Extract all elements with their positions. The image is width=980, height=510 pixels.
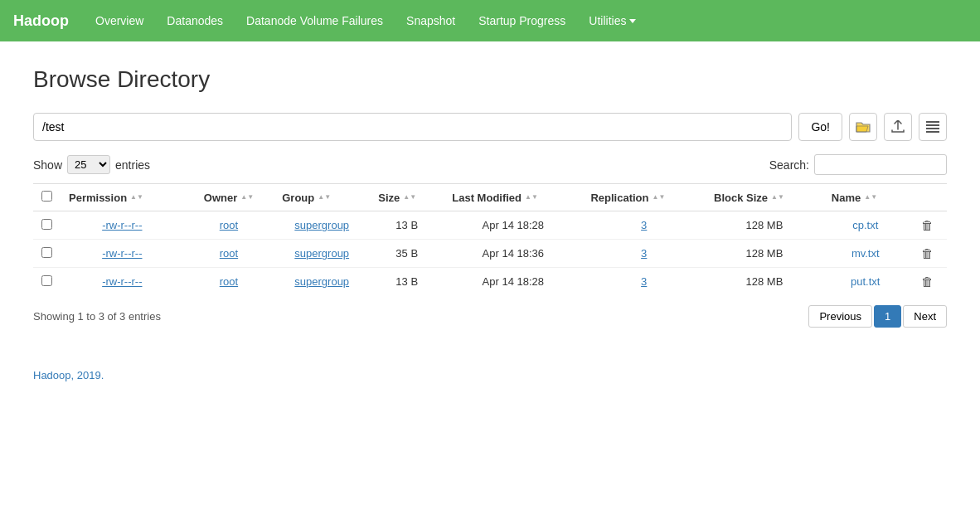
- row-block-size-1: 128 MB: [706, 240, 823, 268]
- row-delete-1[interactable]: 🗑: [908, 240, 947, 268]
- file-link-2[interactable]: put.txt: [851, 275, 880, 288]
- page-title: Browse Directory: [33, 66, 947, 93]
- table-header-row: Permission ▲▼ Owner ▲▼ Group ▲▼: [33, 184, 947, 211]
- folder-open-icon: [856, 120, 871, 134]
- row-replication-0: 3: [582, 211, 706, 240]
- row-delete-2[interactable]: 🗑: [908, 268, 947, 296]
- row-last-modified-0: Apr 14 18:28: [444, 211, 582, 240]
- row-replication-2: 3: [582, 268, 706, 296]
- row-group-0: supergroup: [274, 211, 370, 240]
- row-permission-0: -rw-r--r--: [61, 211, 184, 240]
- delete-icon-1[interactable]: 🗑: [921, 246, 934, 260]
- data-table: Permission ▲▼ Owner ▲▼ Group ▲▼: [33, 183, 947, 295]
- permission-link-0[interactable]: -rw-r--r--: [102, 219, 142, 231]
- navbar: Hadoop Overview Datanodes Datanode Volum…: [0, 0, 980, 41]
- next-button[interactable]: Next: [903, 305, 947, 328]
- row-last-modified-1: Apr 14 18:36: [444, 240, 582, 268]
- th-last-modified[interactable]: Last Modified ▲▼: [444, 184, 582, 211]
- group-link-0[interactable]: supergroup: [294, 219, 349, 231]
- entries-select[interactable]: 10 25 50 100: [67, 155, 110, 174]
- row-checkbox-input-1[interactable]: [41, 247, 52, 258]
- replication-link-0[interactable]: 3: [641, 219, 647, 231]
- name-sort-icon: ▲▼: [864, 194, 877, 201]
- replication-sort-icon: ▲▼: [653, 194, 666, 201]
- th-permission[interactable]: Permission ▲▼: [61, 184, 184, 211]
- nav-link-datanode-volume-failures[interactable]: Datanode Volume Failures: [236, 7, 393, 34]
- table-row: -rw-r--r-- root supergroup 13 B Apr 14 1…: [33, 268, 947, 296]
- group-col-label: Group: [282, 192, 314, 204]
- search-label: Search:: [769, 158, 809, 172]
- nav-link-datanodes[interactable]: Datanodes: [157, 7, 233, 34]
- row-delete-0[interactable]: 🗑: [908, 211, 947, 240]
- row-checkbox-0[interactable]: [33, 211, 61, 240]
- row-group-2: supergroup: [274, 268, 370, 296]
- navbar-brand[interactable]: Hadoop: [13, 12, 69, 30]
- owner-link-1[interactable]: root: [220, 247, 238, 260]
- replication-link-2[interactable]: 3: [641, 275, 647, 288]
- page-footer: Hadoop, 2019.: [33, 361, 947, 390]
- permission-link-2[interactable]: -rw-r--r--: [102, 275, 142, 288]
- nav-links: Overview Datanodes Datanode Volume Failu…: [85, 7, 646, 34]
- svg-rect-1: [926, 124, 939, 126]
- row-name-0: cp.txt: [823, 211, 908, 240]
- th-checkbox: [33, 184, 61, 211]
- th-name[interactable]: Name ▲▼: [823, 184, 908, 211]
- th-block-size[interactable]: Block Size ▲▼: [706, 184, 823, 211]
- search-bar: Search:: [769, 154, 947, 175]
- nav-link-utilities[interactable]: Utilities: [579, 7, 646, 34]
- row-block-size-0: 128 MB: [706, 211, 823, 240]
- row-checkbox-input-2[interactable]: [41, 275, 52, 286]
- file-link-1[interactable]: mv.txt: [851, 247, 880, 260]
- search-input[interactable]: [814, 154, 947, 175]
- owner-link-0[interactable]: root: [220, 219, 238, 231]
- owner-col-label: Owner: [204, 192, 237, 204]
- table-controls: Show 10 25 50 100 entries Search:: [33, 154, 947, 175]
- showing-text: Showing 1 to 3 of 3 entries: [33, 310, 161, 323]
- path-input[interactable]: [33, 113, 792, 141]
- owner-link-2[interactable]: root: [220, 275, 238, 288]
- main-content: Browse Directory Go!: [0, 41, 980, 415]
- select-all-checkbox[interactable]: [41, 191, 52, 202]
- row-checkbox-2[interactable]: [33, 268, 61, 296]
- nav-link-overview[interactable]: Overview: [85, 7, 153, 34]
- table-footer: Showing 1 to 3 of 3 entries Previous 1 N…: [33, 305, 947, 328]
- th-size[interactable]: Size ▲▼: [370, 184, 444, 211]
- upload-button[interactable]: [884, 113, 912, 141]
- row-size-2: 13 B: [370, 268, 444, 296]
- block-size-sort-icon: ▲▼: [771, 194, 784, 201]
- list-view-button[interactable]: [919, 113, 947, 141]
- th-group[interactable]: Group ▲▼: [274, 184, 370, 211]
- nav-link-snapshot[interactable]: Snapshot: [396, 7, 465, 34]
- row-size-0: 13 B: [370, 211, 444, 240]
- go-button[interactable]: Go!: [798, 113, 842, 141]
- row-name-1: mv.txt: [823, 240, 908, 268]
- group-sort-icon: ▲▼: [318, 194, 331, 201]
- svg-rect-3: [926, 131, 939, 133]
- group-link-2[interactable]: supergroup: [294, 275, 349, 288]
- delete-icon-0[interactable]: 🗑: [921, 218, 934, 232]
- th-replication[interactable]: Replication ▲▼: [582, 184, 706, 211]
- permission-col-label: Permission: [69, 192, 127, 204]
- group-link-1[interactable]: supergroup: [294, 247, 349, 260]
- nav-link-startup-progress[interactable]: Startup Progress: [468, 7, 575, 34]
- open-folder-button[interactable]: [849, 113, 877, 141]
- th-owner[interactable]: Owner ▲▼: [184, 184, 274, 211]
- previous-button[interactable]: Previous: [808, 305, 872, 328]
- table-row: -rw-r--r-- root supergroup 13 B Apr 14 1…: [33, 211, 947, 240]
- delete-icon-2[interactable]: 🗑: [921, 274, 934, 289]
- footer-text: Hadoop, 2019.: [33, 369, 104, 381]
- svg-rect-2: [926, 128, 939, 129]
- row-checkbox-input-0[interactable]: [41, 219, 52, 230]
- row-owner-2: root: [184, 268, 274, 296]
- page-1-button[interactable]: 1: [874, 305, 901, 328]
- row-checkbox-1[interactable]: [33, 240, 61, 268]
- name-col-label: Name: [832, 192, 861, 204]
- last-modified-col-label: Last Modified: [452, 192, 522, 204]
- permission-link-1[interactable]: -rw-r--r--: [102, 247, 142, 260]
- file-link-0[interactable]: cp.txt: [852, 219, 878, 231]
- th-actions: [908, 184, 947, 211]
- block-size-col-label: Block Size: [714, 192, 768, 204]
- size-col-label: Size: [378, 192, 400, 204]
- replication-link-1[interactable]: 3: [641, 247, 647, 260]
- upload-icon: [891, 120, 905, 134]
